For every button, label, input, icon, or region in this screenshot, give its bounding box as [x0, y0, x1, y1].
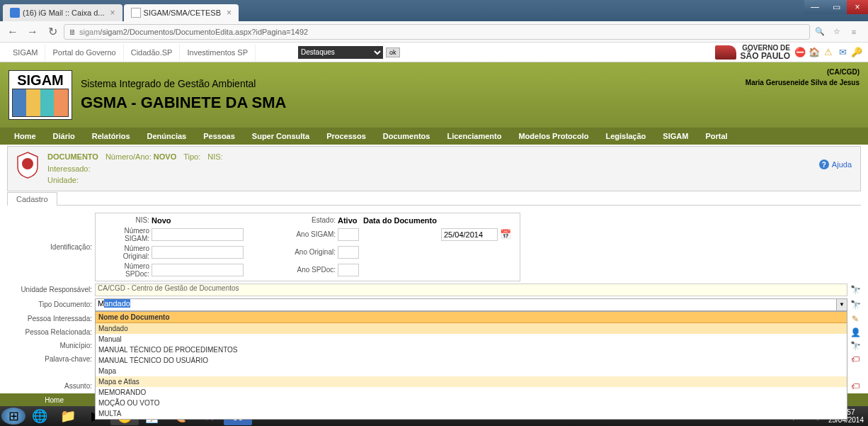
zoom-icon[interactable]: 🔍 — [813, 25, 827, 39]
explorer-icon[interactable]: 📁 — [54, 407, 82, 425]
nav-home[interactable]: Home — [6, 128, 45, 144]
toplink-sigam[interactable]: SIGAM — [6, 44, 45, 61]
dropdown-item[interactable]: MEMORANDO — [96, 387, 847, 398]
error-icon[interactable]: ⛔ — [794, 47, 806, 58]
logo-image — [12, 89, 69, 117]
nav-modelos[interactable]: Modelos Protocolo — [510, 128, 597, 144]
window-controls: — ▭ × — [804, 0, 868, 14]
window-minimize[interactable]: — — [804, 0, 826, 14]
start-button[interactable]: ⊞ — [1, 408, 25, 425]
nav-superconsulta[interactable]: Super Consulta — [244, 128, 318, 144]
tag-icon[interactable]: 🏷 — [850, 354, 861, 365]
page-favicon — [131, 8, 141, 18]
sp-seal-icon — [13, 151, 42, 179]
mail-favicon — [10, 8, 20, 18]
nav-denuncias[interactable]: Denúncias — [139, 128, 195, 144]
nav-licenciamento[interactable]: Licenciamento — [438, 128, 510, 144]
portal-topbar: SIGAM Portal do Governo Cidadão.SP Inves… — [0, 43, 868, 62]
window-close[interactable]: × — [847, 0, 868, 14]
pencil-icon[interactable]: ✎ — [850, 313, 861, 325]
svg-point-0 — [22, 158, 33, 169]
dropdown-item[interactable]: MOÇÃO OU VOTO — [96, 398, 847, 408]
address-bar[interactable]: 🗎 sigam /sigam2/Documentos/DocumentoEdit… — [64, 24, 810, 40]
tab-close-icon[interactable]: × — [227, 8, 232, 18]
forward-button[interactable]: → — [24, 23, 41, 40]
sp-flag-icon — [715, 45, 736, 60]
dropdown-item[interactable]: MULTA — [96, 408, 847, 419]
key-icon[interactable]: 🔑 — [851, 47, 862, 58]
back-button[interactable]: ← — [4, 23, 21, 40]
help-link[interactable]: ? Ajuda — [819, 159, 852, 169]
label-assunto: Assunto: — [7, 382, 95, 390]
nav-portal[interactable]: Portal — [697, 128, 736, 144]
bookmark-icon[interactable]: ☆ — [830, 25, 844, 39]
header-org: (CA/CGD) — [746, 68, 860, 76]
dropdown-item[interactable]: Manual — [96, 334, 847, 344]
mail-icon[interactable]: ✉ — [837, 47, 848, 58]
binoculars-icon[interactable]: 🔭 — [850, 299, 861, 310]
help-icon: ? — [819, 159, 829, 169]
nav-processos[interactable]: Processos — [318, 128, 375, 144]
ie-icon[interactable]: 🌐 — [25, 407, 54, 425]
sigam-logo: SIGAM — [8, 70, 72, 120]
label-pessoa-relacionada: Pessoa Relacionada: — [7, 328, 95, 336]
ano-sigam-input[interactable] — [338, 228, 359, 241]
ok-button[interactable]: ok — [386, 47, 400, 57]
dropdown-item[interactable]: Mapa — [96, 366, 847, 376]
dropdown-item[interactable]: MANUAL TÉCNICO DO USUÁRIO — [96, 355, 847, 366]
numero-sigam-input[interactable] — [152, 228, 244, 241]
ano-spdoc-input[interactable] — [338, 264, 359, 276]
browser-tab-active[interactable]: SIGAM/SMA/CETESB × — [124, 4, 239, 21]
tab-label: SIGAM/SMA/CETESB — [144, 9, 221, 17]
header-user: Maria Geruseneide Silva de Jesus — [746, 79, 860, 86]
footer-home[interactable]: Home — [0, 396, 108, 404]
tipo-documento-dropdown: Nome do Documento Mandado Manual MANUAL … — [95, 311, 847, 420]
window-maximize[interactable]: ▭ — [826, 0, 847, 14]
ano-original-input[interactable] — [338, 246, 359, 259]
binoculars-icon[interactable]: 🔭 — [850, 284, 861, 296]
tab-close-icon[interactable]: × — [110, 8, 115, 18]
nav-relatorios[interactable]: Relatórios — [84, 128, 139, 144]
browser-tab-inactive[interactable]: (16) iG Mail :: Caixa d... × — [3, 4, 122, 21]
dropdown-item[interactable]: Mapa e Atlas — [96, 376, 847, 387]
app-header: SIGAM Sistema Integrado de Gestão Ambien… — [0, 62, 868, 128]
reload-button[interactable]: ↻ — [44, 23, 61, 40]
main-nav: Home Diário Relatórios Denúncias Pessoas… — [0, 128, 868, 145]
nav-pessoas[interactable]: Pessoas — [195, 128, 244, 144]
identificacao-box: NIS: Novo Estado: Ativo Data do Document… — [95, 213, 520, 281]
nav-documentos[interactable]: Documentos — [375, 128, 439, 144]
unidade-resp-input[interactable]: CA/CGD - Centro de Gestão de Documentos — [95, 284, 847, 296]
top-links: SIGAM Portal do Governo Cidadão.SP Inves… — [6, 44, 256, 61]
doc-info: DOCUMENTO Número/Ano: NOVO Tipo: NIS: In… — [47, 151, 223, 186]
menu-icon[interactable]: ≡ — [847, 25, 861, 39]
home-icon[interactable]: 🏠 — [809, 47, 820, 58]
dropdown-button[interactable]: ▼ — [836, 298, 847, 311]
binoculars-icon[interactable]: 🔭 — [850, 340, 861, 352]
toplink-invest[interactable]: Investimentos SP — [180, 44, 256, 61]
tab-cadastro[interactable]: Cadastro — [7, 192, 57, 206]
data-documento-input[interactable] — [441, 228, 498, 241]
calendar-icon[interactable]: 📅 — [500, 229, 511, 240]
label-palavra-chave: Palavra-chave: — [7, 355, 95, 363]
gov-sp-logo: GOVERNO DE SÃO PAULO — [741, 45, 790, 60]
tipo-documento-combo[interactable]: Mandado ▼ Nome do Documento Mandado Manu… — [95, 298, 847, 311]
label-tipo-doc: Tipo Documento: — [7, 301, 95, 308]
dropdown-item[interactable]: Mandado — [96, 323, 847, 334]
nav-legislacao[interactable]: Legislação — [597, 128, 654, 144]
numero-original-input[interactable] — [152, 246, 244, 259]
person-icon[interactable]: 👤 — [850, 327, 861, 338]
warning-icon[interactable]: ⚠ — [823, 47, 834, 58]
nis-value: Novo — [152, 216, 244, 225]
destaques-select[interactable]: Destaques — [298, 46, 383, 59]
nav-diario[interactable]: Diário — [45, 128, 84, 144]
form-area: Identificação: NIS: Novo Estado: Ativo D… — [7, 210, 861, 397]
nav-sigam[interactable]: SIGAM — [654, 128, 697, 144]
toplink-cidadao[interactable]: Cidadão.SP — [124, 44, 181, 61]
dropdown-item[interactable]: MANUAL TÉCNICO DE PROCEDIMENTOS — [96, 344, 847, 355]
tipo-documento-input[interactable]: Mandado — [95, 298, 847, 311]
data-doc-label: Data do Documento — [361, 216, 439, 225]
numero-spdoc-input[interactable] — [152, 264, 244, 276]
tag-icon[interactable]: 🏷 — [850, 381, 861, 392]
label-unidade-resp: Unidade Responsável: — [7, 286, 95, 293]
toplink-portal[interactable]: Portal do Governo — [45, 44, 123, 61]
